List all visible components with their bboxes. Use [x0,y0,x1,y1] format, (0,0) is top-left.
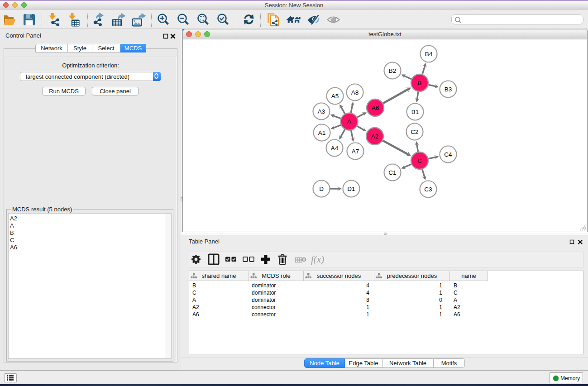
svg-text:B: B [417,80,421,86]
svg-text:C3: C3 [424,186,432,193]
svg-text:A3: A3 [318,108,325,115]
svg-text:A7: A7 [352,148,359,155]
svg-text:A5: A5 [331,93,339,100]
svg-text:A4: A4 [331,145,339,152]
svg-text:f(x): f(x) [311,254,324,265]
svg-text:A1: A1 [318,129,326,136]
svg-text:C2: C2 [411,129,418,135]
svg-text:B4: B4 [425,51,433,57]
svg-text:A6: A6 [372,105,379,111]
svg-text:C1: C1 [388,169,396,176]
svg-text:C4: C4 [444,151,452,158]
svg-text:B3: B3 [445,86,452,93]
svg-text:A2: A2 [371,133,379,140]
svg-text:A: A [347,118,351,125]
svg-text:B2: B2 [389,67,397,74]
svg-text:B1: B1 [411,109,419,115]
svg-text:D: D [319,186,324,192]
svg-text:A8: A8 [351,89,359,96]
svg-text:D1: D1 [347,186,355,192]
svg-text:C: C [417,157,422,164]
